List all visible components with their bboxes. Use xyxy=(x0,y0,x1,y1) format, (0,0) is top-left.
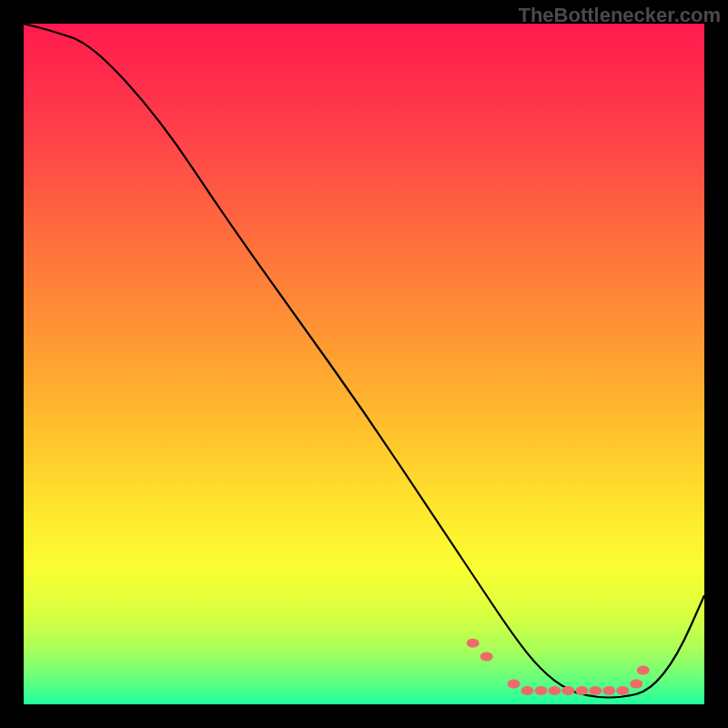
marker-dot xyxy=(616,686,629,695)
marker-dot xyxy=(637,666,650,675)
marker-dot xyxy=(467,639,480,648)
marker-dot xyxy=(630,680,642,689)
plot-area xyxy=(24,24,704,704)
marker-dot xyxy=(480,652,493,662)
marker-dot xyxy=(535,686,548,695)
marker-dot xyxy=(561,686,574,695)
chart-container: TheBottlenecker.com xyxy=(0,0,728,728)
marker-dot xyxy=(548,686,561,695)
marker-dot xyxy=(602,686,615,695)
bottleneck-curve xyxy=(24,24,704,698)
marker-dot xyxy=(589,686,602,695)
marker-dot xyxy=(508,680,521,689)
watermark-text: TheBottlenecker.com xyxy=(518,4,721,27)
curve-layer xyxy=(24,24,704,704)
marker-dot xyxy=(575,686,588,695)
marker-dot xyxy=(521,686,534,695)
curve-markers xyxy=(467,639,650,695)
